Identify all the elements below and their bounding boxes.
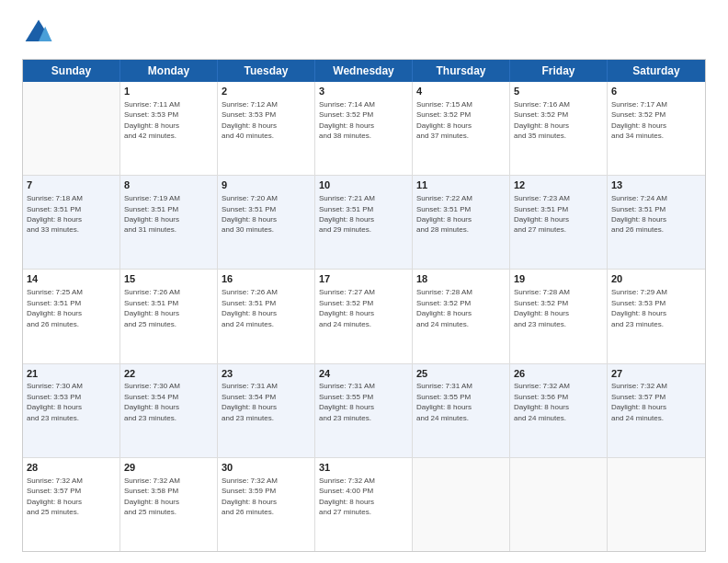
day-number: 14 bbox=[27, 272, 116, 286]
day-cell-22: 22Sunrise: 7:30 AM Sunset: 3:54 PM Dayli… bbox=[120, 364, 218, 457]
day-info: Sunrise: 7:25 AM Sunset: 3:51 PM Dayligh… bbox=[27, 288, 83, 327]
day-cell-17: 17Sunrise: 7:27 AM Sunset: 3:52 PM Dayli… bbox=[315, 270, 413, 362]
day-cell-20: 20Sunrise: 7:29 AM Sunset: 3:53 PM Dayli… bbox=[608, 270, 705, 362]
day-cell-11: 11Sunrise: 7:22 AM Sunset: 3:51 PM Dayli… bbox=[413, 176, 510, 269]
day-cell-16: 16Sunrise: 7:26 AM Sunset: 3:51 PM Dayli… bbox=[218, 270, 315, 362]
day-number: 4 bbox=[416, 85, 506, 98]
day-info: Sunrise: 7:30 AM Sunset: 3:54 PM Dayligh… bbox=[124, 382, 180, 421]
day-number: 28 bbox=[27, 461, 116, 475]
day-cell-30: 30Sunrise: 7:32 AM Sunset: 3:59 PM Dayli… bbox=[218, 458, 315, 551]
logo-icon bbox=[22, 17, 55, 50]
day-cell-10: 10Sunrise: 7:21 AM Sunset: 3:51 PM Dayli… bbox=[315, 176, 413, 269]
day-number: 8 bbox=[124, 178, 213, 192]
day-cell-28: 28Sunrise: 7:32 AM Sunset: 3:57 PM Dayli… bbox=[23, 458, 120, 551]
day-number: 12 bbox=[514, 178, 603, 192]
day-info: Sunrise: 7:31 AM Sunset: 3:55 PM Dayligh… bbox=[319, 382, 375, 421]
day-info: Sunrise: 7:15 AM Sunset: 3:52 PM Dayligh… bbox=[416, 100, 472, 140]
day-number: 25 bbox=[416, 367, 506, 381]
day-number: 15 bbox=[124, 272, 213, 286]
day-cell-21: 21Sunrise: 7:30 AM Sunset: 3:53 PM Dayli… bbox=[23, 364, 120, 457]
header-cell-sunday: Sunday bbox=[23, 60, 120, 82]
page: SundayMondayTuesdayWednesdayThursdayFrid… bbox=[0, 0, 728, 563]
day-info: Sunrise: 7:11 AM Sunset: 3:53 PM Dayligh… bbox=[124, 100, 180, 140]
day-info: Sunrise: 7:32 AM Sunset: 4:00 PM Dayligh… bbox=[319, 477, 375, 516]
day-info: Sunrise: 7:20 AM Sunset: 3:51 PM Dayligh… bbox=[222, 194, 278, 234]
day-info: Sunrise: 7:32 AM Sunset: 3:59 PM Dayligh… bbox=[222, 477, 278, 516]
header-cell-saturday: Saturday bbox=[608, 60, 705, 82]
day-cell-18: 18Sunrise: 7:28 AM Sunset: 3:52 PM Dayli… bbox=[413, 270, 510, 362]
day-cell-25: 25Sunrise: 7:31 AM Sunset: 3:55 PM Dayli… bbox=[413, 364, 510, 457]
day-number: 3 bbox=[319, 85, 408, 98]
day-info: Sunrise: 7:24 AM Sunset: 3:51 PM Dayligh… bbox=[611, 194, 667, 234]
day-info: Sunrise: 7:18 AM Sunset: 3:51 PM Dayligh… bbox=[27, 194, 83, 234]
header-cell-friday: Friday bbox=[510, 60, 608, 82]
day-info: Sunrise: 7:19 AM Sunset: 3:51 PM Dayligh… bbox=[124, 194, 180, 234]
day-number: 23 bbox=[222, 367, 311, 381]
day-cell-4: 4Sunrise: 7:15 AM Sunset: 3:52 PM Daylig… bbox=[413, 82, 510, 175]
day-number: 6 bbox=[611, 85, 701, 98]
day-cell-29: 29Sunrise: 7:32 AM Sunset: 3:58 PM Dayli… bbox=[120, 458, 218, 551]
day-number: 29 bbox=[124, 461, 213, 475]
calendar-body: 1Sunrise: 7:11 AM Sunset: 3:53 PM Daylig… bbox=[23, 82, 705, 551]
day-number: 20 bbox=[611, 272, 701, 286]
logo bbox=[22, 17, 59, 50]
day-cell-19: 19Sunrise: 7:28 AM Sunset: 3:52 PM Dayli… bbox=[510, 270, 608, 362]
calendar-row-4: 28Sunrise: 7:32 AM Sunset: 3:57 PM Dayli… bbox=[23, 458, 705, 551]
day-cell-8: 8Sunrise: 7:19 AM Sunset: 3:51 PM Daylig… bbox=[120, 176, 218, 269]
day-cell-2: 2Sunrise: 7:12 AM Sunset: 3:53 PM Daylig… bbox=[218, 82, 315, 175]
day-number: 27 bbox=[611, 367, 701, 381]
day-info: Sunrise: 7:22 AM Sunset: 3:51 PM Dayligh… bbox=[416, 194, 472, 234]
header-cell-wednesday: Wednesday bbox=[315, 60, 413, 82]
calendar-row-1: 7Sunrise: 7:18 AM Sunset: 3:51 PM Daylig… bbox=[23, 176, 705, 270]
day-cell-23: 23Sunrise: 7:31 AM Sunset: 3:54 PM Dayli… bbox=[218, 364, 315, 457]
day-cell-1: 1Sunrise: 7:11 AM Sunset: 3:53 PM Daylig… bbox=[120, 82, 218, 175]
day-info: Sunrise: 7:30 AM Sunset: 3:53 PM Dayligh… bbox=[27, 382, 83, 421]
day-info: Sunrise: 7:21 AM Sunset: 3:51 PM Dayligh… bbox=[319, 194, 375, 234]
day-number: 19 bbox=[514, 272, 603, 286]
day-number: 18 bbox=[416, 272, 506, 286]
day-info: Sunrise: 7:26 AM Sunset: 3:51 PM Dayligh… bbox=[124, 288, 180, 327]
day-cell-9: 9Sunrise: 7:20 AM Sunset: 3:51 PM Daylig… bbox=[218, 176, 315, 269]
calendar-row-2: 14Sunrise: 7:25 AM Sunset: 3:51 PM Dayli… bbox=[23, 270, 705, 363]
day-info: Sunrise: 7:29 AM Sunset: 3:53 PM Dayligh… bbox=[611, 288, 667, 327]
day-number: 10 bbox=[319, 178, 408, 192]
day-cell-13: 13Sunrise: 7:24 AM Sunset: 3:51 PM Dayli… bbox=[608, 176, 705, 269]
day-number: 26 bbox=[514, 367, 603, 381]
day-cell-7: 7Sunrise: 7:18 AM Sunset: 3:51 PM Daylig… bbox=[23, 176, 120, 269]
empty-cell-0-0 bbox=[23, 82, 120, 175]
header bbox=[22, 17, 706, 50]
day-number: 16 bbox=[222, 272, 311, 286]
day-cell-14: 14Sunrise: 7:25 AM Sunset: 3:51 PM Dayli… bbox=[23, 270, 120, 362]
day-cell-12: 12Sunrise: 7:23 AM Sunset: 3:51 PM Dayli… bbox=[510, 176, 608, 269]
day-cell-31: 31Sunrise: 7:32 AM Sunset: 4:00 PM Dayli… bbox=[315, 458, 413, 551]
day-number: 11 bbox=[416, 178, 506, 192]
day-number: 22 bbox=[124, 367, 213, 381]
day-info: Sunrise: 7:32 AM Sunset: 3:57 PM Dayligh… bbox=[611, 382, 667, 421]
day-number: 1 bbox=[124, 85, 213, 98]
day-number: 17 bbox=[319, 272, 408, 286]
day-cell-24: 24Sunrise: 7:31 AM Sunset: 3:55 PM Dayli… bbox=[315, 364, 413, 457]
day-info: Sunrise: 7:28 AM Sunset: 3:52 PM Dayligh… bbox=[416, 288, 472, 327]
header-cell-monday: Monday bbox=[120, 60, 218, 82]
day-cell-27: 27Sunrise: 7:32 AM Sunset: 3:57 PM Dayli… bbox=[608, 364, 705, 457]
day-number: 2 bbox=[222, 85, 311, 98]
header-cell-tuesday: Tuesday bbox=[218, 60, 315, 82]
day-number: 31 bbox=[319, 461, 408, 475]
day-info: Sunrise: 7:12 AM Sunset: 3:53 PM Dayligh… bbox=[222, 100, 278, 140]
day-info: Sunrise: 7:31 AM Sunset: 3:54 PM Dayligh… bbox=[222, 382, 278, 421]
day-info: Sunrise: 7:27 AM Sunset: 3:52 PM Dayligh… bbox=[319, 288, 375, 327]
day-number: 9 bbox=[222, 178, 311, 192]
day-info: Sunrise: 7:32 AM Sunset: 3:57 PM Dayligh… bbox=[27, 477, 83, 516]
day-info: Sunrise: 7:31 AM Sunset: 3:55 PM Dayligh… bbox=[416, 382, 472, 421]
day-cell-5: 5Sunrise: 7:16 AM Sunset: 3:52 PM Daylig… bbox=[510, 82, 608, 175]
day-number: 24 bbox=[319, 367, 408, 381]
calendar-row-0: 1Sunrise: 7:11 AM Sunset: 3:53 PM Daylig… bbox=[23, 82, 705, 176]
day-cell-3: 3Sunrise: 7:14 AM Sunset: 3:52 PM Daylig… bbox=[315, 82, 413, 175]
day-number: 5 bbox=[514, 85, 603, 98]
day-info: Sunrise: 7:14 AM Sunset: 3:52 PM Dayligh… bbox=[319, 100, 375, 140]
day-cell-26: 26Sunrise: 7:32 AM Sunset: 3:56 PM Dayli… bbox=[510, 364, 608, 457]
day-cell-15: 15Sunrise: 7:26 AM Sunset: 3:51 PM Dayli… bbox=[120, 270, 218, 362]
day-number: 21 bbox=[27, 367, 116, 381]
day-info: Sunrise: 7:17 AM Sunset: 3:52 PM Dayligh… bbox=[611, 100, 667, 140]
calendar-header: SundayMondayTuesdayWednesdayThursdayFrid… bbox=[23, 60, 705, 82]
